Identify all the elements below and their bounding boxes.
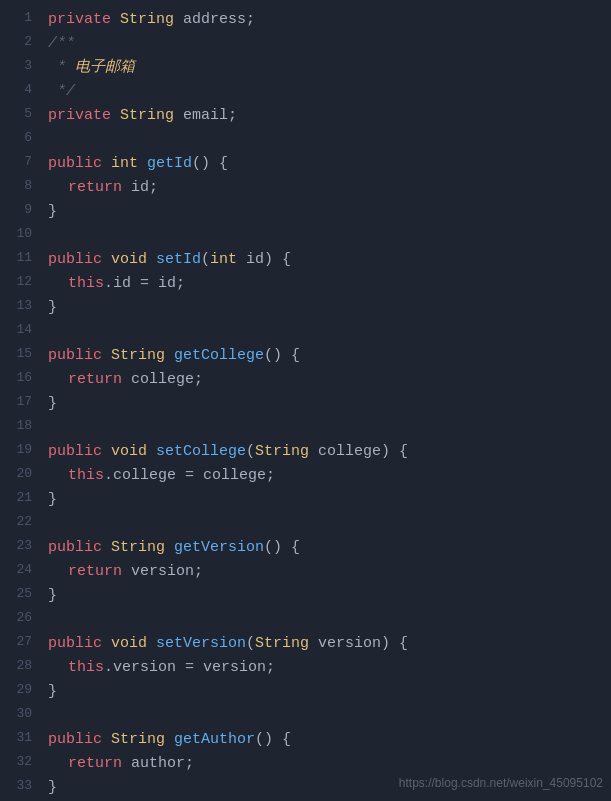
token-type: void: [111, 632, 147, 656]
token-plain: version;: [122, 560, 203, 584]
empty-line: [48, 416, 57, 440]
token-type: int: [111, 152, 138, 176]
line-number: 24: [0, 560, 40, 581]
code-line: 14: [0, 320, 611, 344]
line-number: 25: [0, 584, 40, 605]
token-plain: [165, 728, 174, 752]
code-line: 20this.college = college;: [0, 464, 611, 488]
token-plain: college;: [122, 368, 203, 392]
token-method: setId: [156, 248, 201, 272]
line-number: 15: [0, 344, 40, 365]
line-number: 1: [0, 8, 40, 29]
token-plain: [111, 8, 120, 32]
token-method: setCollege: [156, 440, 246, 464]
line-number: 11: [0, 248, 40, 269]
token-plain: [111, 104, 120, 128]
token-method: getAuthor: [174, 728, 255, 752]
token-kw: this: [68, 272, 104, 296]
token-plain: author;: [122, 752, 194, 776]
code-line: 30: [0, 704, 611, 728]
line-number: 26: [0, 608, 40, 629]
line-number: 9: [0, 200, 40, 221]
code-line: 11public void setId(int id) {: [0, 248, 611, 272]
token-plain: [102, 632, 111, 656]
code-line: 27public void setVersion(String version)…: [0, 632, 611, 656]
line-number: 4: [0, 80, 40, 101]
token-kw: public: [48, 536, 102, 560]
token-kw: return: [68, 560, 122, 584]
token-comment: /**: [48, 32, 75, 56]
line-number: 7: [0, 152, 40, 173]
token-plain: version) {: [309, 632, 408, 656]
token-plain: .version = version;: [104, 656, 275, 680]
empty-line: [48, 320, 57, 344]
line-number: 20: [0, 464, 40, 485]
code-line: 17}: [0, 392, 611, 416]
code-line: 23public String getVersion() {: [0, 536, 611, 560]
token-method: setVersion: [156, 632, 246, 656]
code-line: 32return author;: [0, 752, 611, 776]
empty-line: [48, 224, 57, 248]
empty-line: [48, 128, 57, 152]
token-plain: }: [48, 296, 57, 320]
token-comment: *: [48, 56, 75, 80]
code-line: 3 * 电子邮箱: [0, 56, 611, 80]
token-plain: }: [48, 584, 57, 608]
token-method: getCollege: [174, 344, 264, 368]
code-line: 8return id;: [0, 176, 611, 200]
token-plain: [102, 248, 111, 272]
token-kw: public: [48, 632, 102, 656]
token-plain: (: [246, 440, 255, 464]
token-type: String: [111, 536, 165, 560]
line-number: 3: [0, 56, 40, 77]
line-number: 18: [0, 416, 40, 437]
token-plain: [102, 152, 111, 176]
code-line: 1private String address;: [0, 8, 611, 32]
line-number: 27: [0, 632, 40, 653]
token-kw: public: [48, 728, 102, 752]
token-plain: (: [246, 632, 255, 656]
code-line: 25}: [0, 584, 611, 608]
code-line: 29}: [0, 680, 611, 704]
token-type: int: [210, 248, 237, 272]
token-plain: () {: [192, 152, 228, 176]
code-line: 18: [0, 416, 611, 440]
line-number: 13: [0, 296, 40, 317]
code-line: 6: [0, 128, 611, 152]
token-plain: [102, 536, 111, 560]
code-line: 10: [0, 224, 611, 248]
token-kw: private: [48, 8, 111, 32]
token-plain: email;: [174, 104, 237, 128]
token-plain: id;: [122, 176, 158, 200]
line-number: 8: [0, 176, 40, 197]
code-line: 4 */: [0, 80, 611, 104]
token-plain: [165, 536, 174, 560]
watermark: https://blog.csdn.net/weixin_45095102: [399, 774, 603, 793]
token-kw: return: [68, 752, 122, 776]
line-number: 22: [0, 512, 40, 533]
token-kw: this: [68, 464, 104, 488]
line-number: 12: [0, 272, 40, 293]
token-type: String: [111, 344, 165, 368]
token-comment-special: 电子邮箱: [75, 56, 135, 80]
code-line: 12this.id = id;: [0, 272, 611, 296]
code-line: 16return college;: [0, 368, 611, 392]
line-number: 6: [0, 128, 40, 149]
token-plain: () {: [255, 728, 291, 752]
token-kw: public: [48, 344, 102, 368]
code-line: 24return version;: [0, 560, 611, 584]
token-plain: () {: [264, 344, 300, 368]
code-editor: 1private String address;2/**3 * 电子邮箱4 */…: [0, 0, 611, 801]
token-type: String: [120, 8, 174, 32]
code-line: 26: [0, 608, 611, 632]
token-plain: college) {: [309, 440, 408, 464]
token-plain: [138, 152, 147, 176]
token-type: String: [120, 104, 174, 128]
line-number: 5: [0, 104, 40, 125]
token-comment: */: [48, 80, 75, 104]
code-line: 9}: [0, 200, 611, 224]
token-plain: }: [48, 488, 57, 512]
code-line: 2/**: [0, 32, 611, 56]
code-line: 28this.version = version;: [0, 656, 611, 680]
empty-line: [48, 608, 57, 632]
